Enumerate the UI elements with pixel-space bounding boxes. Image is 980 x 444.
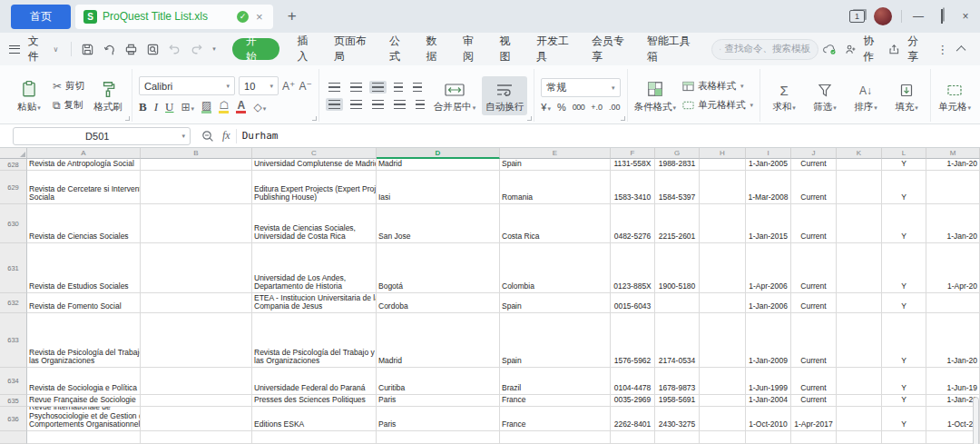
cell-K631[interactable] [837,243,882,293]
cell-A634[interactable]: Revista de Sociologia e Política [27,368,141,395]
formula-input[interactable]: Durham [242,130,279,142]
column-header-H[interactable]: H [700,148,746,159]
row-header-blank[interactable] [0,431,27,444]
cell-D634[interactable]: Curitiba [377,368,500,395]
cell-M630[interactable]: 1-Jan-20 [926,204,980,243]
bold-button[interactable]: B [139,100,147,114]
decrease-indent-button[interactable] [391,81,406,94]
cell-K632[interactable] [837,293,882,313]
wrap-text-button[interactable]: 自动换行 [482,76,527,115]
column-header-A[interactable]: A [27,148,141,159]
document-tab[interactable]: S ProQuest Title List.xls ✓ × [75,5,273,29]
thousands-button[interactable]: 000 [573,103,585,112]
align-bottom-button[interactable] [369,81,387,94]
row-header-632[interactable]: 632 [0,293,27,313]
cell-B636[interactable] [141,407,252,431]
cell-G635[interactable]: 1958-5691 [655,395,700,407]
new-tab-button[interactable]: + [288,7,297,25]
cell-B633[interactable] [141,313,252,368]
cell-C630[interactable]: Revista de Ciencias Sociales, Universida… [252,204,377,243]
cell-I632[interactable]: 1-Jan-2006 [746,293,791,313]
cell-G632[interactable] [655,293,700,313]
cell-D[interactable] [377,431,500,444]
cell-D630[interactable]: San Jose [377,204,500,243]
cell-H629[interactable] [700,171,746,204]
dialog-launcher[interactable] [125,116,130,121]
decrease-font-button[interactable]: A⁻ [299,80,311,93]
cell-F629[interactable]: 1583-3410 [611,171,655,204]
shading-button[interactable]: ☖ [219,101,229,113]
cell-B635[interactable] [141,395,252,407]
cell-I631[interactable]: 1-Apr-2006 [746,243,791,293]
command-search[interactable]: 查找命令、搜索模板 [711,39,818,60]
cell-H628[interactable] [700,159,746,171]
cell-K634[interactable] [837,368,882,395]
increase-font-button[interactable]: A⁺ [282,80,295,93]
row-header-633[interactable]: 633 [0,313,27,368]
cell-B629[interactable] [141,171,252,204]
collapse-ribbon-icon[interactable] [956,45,966,55]
menu-tab-7[interactable]: 开发工具 [527,34,583,64]
cell-K630[interactable] [837,204,882,243]
dialog-launcher[interactable] [527,116,532,121]
cell-C628[interactable]: Universidad Complutense de Madrid [252,159,377,171]
cell-K629[interactable] [837,171,882,204]
insert-function-button[interactable]: fx [222,129,230,143]
cell-I636[interactable]: 1-Oct-2010 [746,407,791,431]
cell-C631[interactable]: Universidad de Los Andes, Departamento d… [252,243,377,293]
cell-K636[interactable] [837,407,882,431]
format-painter-button[interactable]: 格式刷 [91,78,125,113]
align-middle-button[interactable] [348,81,365,94]
column-header-K[interactable]: K [837,148,882,159]
merge-center-button[interactable]: 合并居中▾ [434,78,476,113]
cell-E629[interactable]: Romania [500,171,611,204]
export-icon[interactable] [103,43,116,56]
cell-F635[interactable]: 0035-2969 [611,395,655,407]
user-avatar[interactable] [874,7,892,25]
cell-A636[interactable]: Revue internationale de Psychosociologie… [27,407,141,431]
increase-decimal-button[interactable]: +.0 [591,103,603,112]
cell-H[interactable] [700,431,746,444]
cell-L[interactable] [882,431,926,444]
align-left-button[interactable] [326,98,343,111]
cell-M632[interactable] [926,293,980,313]
print-icon[interactable] [124,43,138,56]
menu-tab-9[interactable]: 智能工具箱 [638,34,702,64]
more-menu-icon[interactable]: ⋮ [933,43,952,56]
cell-M634[interactable]: 1-Jun-19 [926,368,980,395]
cell-I[interactable] [746,431,791,444]
window-list-icon[interactable]: 1 [849,10,865,23]
cell-A633[interactable]: Revista de Psicología del Trabajo y de l… [27,313,141,368]
menu-tab-1[interactable]: 插入 [289,34,325,64]
print-preview-icon[interactable] [146,43,160,56]
column-header-J[interactable]: J [791,148,837,159]
cell-L629[interactable]: Y [882,171,926,204]
name-box[interactable]: D501 ▾ [13,127,191,145]
cell-G628[interactable]: 1988-2831 [655,159,700,171]
cell-F636[interactable]: 2262-8401 [611,407,655,431]
cell-K[interactable] [837,431,882,444]
menu-tab-start[interactable]: 开始 [232,38,279,60]
cell-C634[interactable]: Universidade Federal do Paraná [252,368,377,395]
cell-C636[interactable]: Editions ESKA [252,407,377,431]
cell-D633[interactable]: Madrid [377,313,500,368]
cells-button[interactable]: 单元格▾ [937,78,972,113]
menu-tab-5[interactable]: 审阅 [454,34,490,64]
cell-J636[interactable]: 1-Apr-2017 [791,407,837,431]
italic-button[interactable]: I [154,100,158,114]
share-icon[interactable] [888,43,900,56]
cell-E631[interactable]: Colombia [500,243,611,293]
cell-M633[interactable]: 1-Jan-20 [926,313,980,368]
currency-button[interactable]: ¥▾ [541,102,551,113]
cell-H631[interactable] [700,243,746,293]
cell-G629[interactable]: 1584-5397 [655,171,700,204]
cell-B631[interactable] [141,243,252,293]
cell-H632[interactable] [700,293,746,313]
cell-L635[interactable]: Y [882,395,926,407]
cell-C629[interactable]: Editura Expert Projects (Expert Projects… [252,171,377,204]
redo-icon[interactable] [190,43,203,56]
cell-B628[interactable] [141,159,252,171]
cell-K635[interactable] [837,395,882,407]
close-tab-icon[interactable]: × [254,10,265,24]
cell-C632[interactable]: ETEA - Institucion Universitaria de la, … [252,293,377,313]
